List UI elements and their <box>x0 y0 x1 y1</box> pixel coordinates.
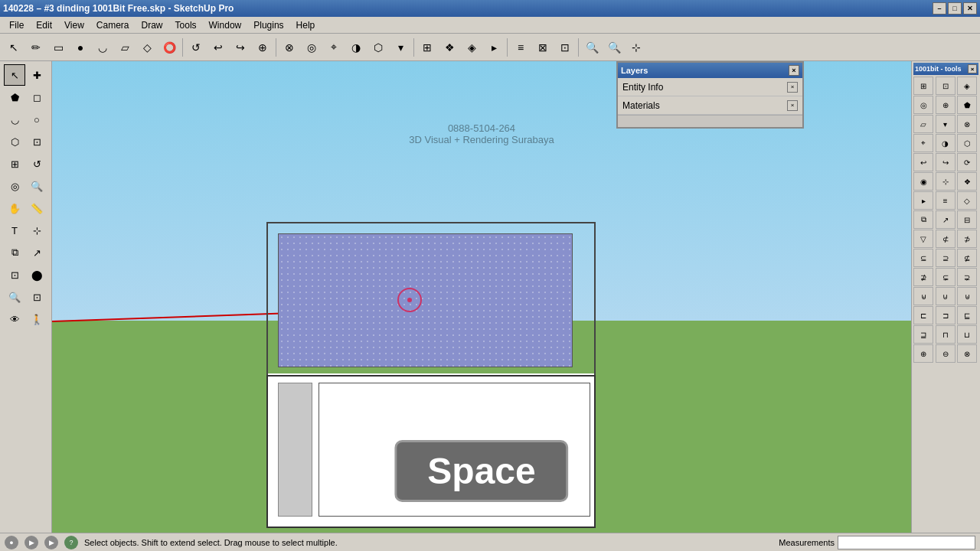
viewport[interactable]: 0888-5104-264 3D Visual + Rendering Sura… <box>52 61 911 533</box>
rt-btn-9[interactable]: ⌖ <box>913 134 933 152</box>
toolbar-tool-4[interactable]: ◡ <box>92 37 113 58</box>
toolbar-tool-21[interactable]: ▸ <box>483 37 505 58</box>
toolbar-tool-7[interactable]: ⭕ <box>158 37 180 58</box>
minimize-button[interactable]: – <box>933 2 946 15</box>
left-tool-5-0[interactable]: ◎ <box>4 175 25 197</box>
rt-btn-17[interactable]: ❖ <box>957 172 977 191</box>
left-tool-2-1[interactable]: ○ <box>26 109 47 130</box>
menu-item-plugins[interactable]: Plugins <box>247 18 289 32</box>
rt-btn-14[interactable]: ⟳ <box>957 153 977 171</box>
toolbar-tool-17[interactable]: ▾ <box>390 37 411 58</box>
toolbar-tool-0[interactable]: ↖ <box>3 37 24 58</box>
rt-btn-5[interactable]: ⬟ <box>957 96 977 114</box>
rt-btn-4[interactable]: ⊕ <box>936 96 956 114</box>
left-tool-7-1[interactable]: ⊹ <box>26 220 47 241</box>
toolbar-tool-12[interactable]: ⊗ <box>279 37 300 58</box>
toolbar-tool-27[interactable]: ⊹ <box>626 37 647 58</box>
left-tool-2-0[interactable]: ◡ <box>4 109 25 130</box>
materials-row[interactable]: Materials × <box>618 96 802 115</box>
rt-btn-35[interactable]: ⊎ <box>957 287 977 305</box>
toolbar-tool-1[interactable]: ✏ <box>25 37 47 58</box>
left-tool-6-1[interactable]: 📏 <box>26 197 47 219</box>
left-tool-9-1[interactable]: ⬤ <box>26 264 47 285</box>
menu-item-draw[interactable]: Draw <box>136 18 169 32</box>
right-toolbar-close[interactable]: × <box>968 64 977 73</box>
toolbar-tool-23[interactable]: ⊠ <box>532 37 554 58</box>
left-tool-1-0[interactable]: ⬟ <box>4 86 25 108</box>
left-tool-3-1[interactable]: ⊡ <box>26 131 47 152</box>
toolbar-tool-22[interactable]: ≡ <box>510 37 531 58</box>
rt-btn-0[interactable]: ⊞ <box>913 77 933 95</box>
rt-btn-43[interactable]: ⊖ <box>936 344 956 363</box>
rt-btn-6[interactable]: ▱ <box>913 115 933 133</box>
left-tool-9-0[interactable]: ⊡ <box>4 264 25 285</box>
rt-btn-29[interactable]: ⊈ <box>957 249 977 267</box>
menu-item-file[interactable]: File <box>3 18 30 32</box>
rt-btn-12[interactable]: ↩ <box>913 153 933 171</box>
toolbar-tool-5[interactable]: ▱ <box>114 37 136 58</box>
rt-btn-16[interactable]: ⊹ <box>936 172 956 191</box>
rt-btn-23[interactable]: ⊟ <box>957 210 977 229</box>
toolbar-tool-10[interactable]: ↪ <box>230 37 251 58</box>
menu-item-camera[interactable]: Camera <box>90 18 136 32</box>
left-tool-0-1[interactable]: ✚ <box>26 64 47 86</box>
rt-btn-3[interactable]: ◎ <box>913 96 933 114</box>
rt-btn-25[interactable]: ⊄ <box>936 230 956 248</box>
toolbar-tool-25[interactable]: 🔍 <box>581 37 603 58</box>
left-tool-11-0[interactable]: 👁 <box>4 308 25 330</box>
toolbar-tool-24[interactable]: ⊡ <box>554 37 576 58</box>
rt-btn-19[interactable]: ≡ <box>936 191 956 210</box>
toolbar-tool-19[interactable]: ❖ <box>439 37 460 58</box>
menu-item-edit[interactable]: Edit <box>30 18 58 32</box>
left-tool-10-1[interactable]: ⊡ <box>26 286 47 308</box>
left-tool-10-0[interactable]: 🔍 <box>4 286 25 308</box>
left-tool-3-0[interactable]: ⬡ <box>4 131 25 152</box>
rt-btn-1[interactable]: ⊡ <box>936 77 956 95</box>
toolbar-tool-15[interactable]: ◑ <box>345 37 367 58</box>
left-tool-7-0[interactable]: T <box>4 220 25 241</box>
layers-panel-close[interactable]: × <box>789 65 799 76</box>
rt-btn-41[interactable]: ⊔ <box>957 325 977 344</box>
rt-btn-38[interactable]: ⊑ <box>957 306 977 324</box>
rt-btn-40[interactable]: ⊓ <box>936 325 956 344</box>
toolbar-tool-13[interactable]: ◎ <box>301 37 322 58</box>
left-tool-8-0[interactable]: ⧉ <box>4 242 25 263</box>
toolbar-tool-11[interactable]: ⊕ <box>252 37 273 58</box>
rt-btn-28[interactable]: ⊇ <box>936 249 956 267</box>
measurements-input[interactable] <box>838 536 975 549</box>
menu-item-window[interactable]: Window <box>203 18 248 32</box>
rt-btn-11[interactable]: ⬡ <box>957 134 977 152</box>
toolbar-tool-18[interactable]: ⊞ <box>416 37 438 58</box>
rt-btn-30[interactable]: ⊉ <box>913 268 933 286</box>
toolbar-tool-8[interactable]: ↺ <box>185 37 207 58</box>
left-tool-4-1[interactable]: ↺ <box>26 153 47 174</box>
rt-btn-34[interactable]: ⊍ <box>936 287 956 305</box>
rt-btn-32[interactable]: ⊋ <box>957 268 977 286</box>
rt-btn-13[interactable]: ↪ <box>936 153 956 171</box>
left-tool-4-0[interactable]: ⊞ <box>4 153 25 174</box>
toolbar-tool-9[interactable]: ↩ <box>207 37 229 58</box>
menu-item-tools[interactable]: Tools <box>169 18 203 32</box>
rt-btn-31[interactable]: ⊊ <box>936 268 956 286</box>
rt-btn-21[interactable]: ⧉ <box>913 210 933 229</box>
rt-btn-26[interactable]: ⊅ <box>957 230 977 248</box>
rt-btn-33[interactable]: ⊌ <box>913 287 933 305</box>
rt-btn-39[interactable]: ⊒ <box>913 325 933 344</box>
rt-btn-18[interactable]: ▸ <box>913 191 933 210</box>
rt-btn-42[interactable]: ⊕ <box>913 344 933 363</box>
materials-close[interactable]: × <box>787 100 798 111</box>
left-tool-6-0[interactable]: ✋ <box>4 197 25 219</box>
entity-info-close[interactable]: × <box>787 82 798 93</box>
left-tool-8-1[interactable]: ↗ <box>26 242 47 263</box>
rt-btn-36[interactable]: ⊏ <box>913 306 933 324</box>
rt-btn-15[interactable]: ◉ <box>913 172 933 191</box>
toolbar-tool-2[interactable]: ▭ <box>47 37 69 58</box>
rt-btn-22[interactable]: ↗ <box>936 210 956 229</box>
close-button[interactable]: ✕ <box>963 2 977 15</box>
rt-btn-10[interactable]: ◑ <box>936 134 956 152</box>
toolbar-tool-6[interactable]: ◇ <box>136 37 158 58</box>
menu-item-view[interactable]: View <box>58 18 90 32</box>
rt-btn-27[interactable]: ⊆ <box>913 249 933 267</box>
rt-btn-37[interactable]: ⊐ <box>936 306 956 324</box>
toolbar-tool-16[interactable]: ⬡ <box>368 37 389 58</box>
